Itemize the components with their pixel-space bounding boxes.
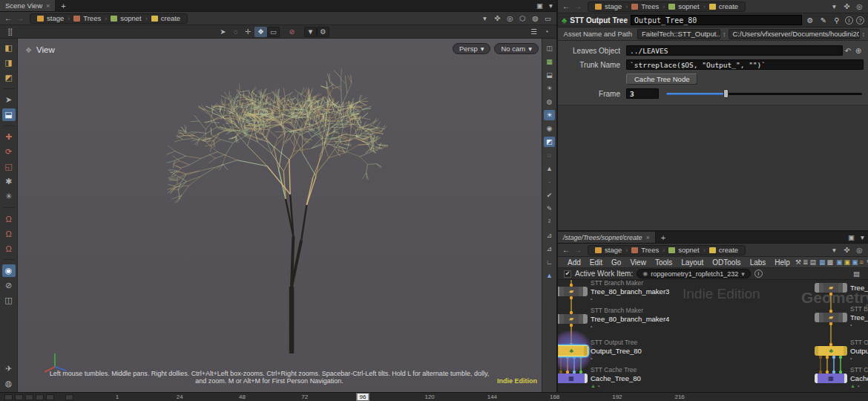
breadcrumb-sopnet[interactable]: sopnet — [107, 14, 145, 22]
shelf-icon[interactable]: ≡ — [860, 258, 864, 266]
ghost-objects-icon[interactable]: ◨ — [2, 56, 16, 69]
grid-dots-icon[interactable]: ⣿ — [4, 27, 16, 37]
close-tab-icon[interactable]: × — [645, 234, 649, 241]
cache-tree-node-button[interactable]: Cache Tree Node — [626, 74, 697, 85]
pane-menu-icon[interactable]: ▾ — [545, 1, 556, 10]
menu-help[interactable]: Help — [771, 258, 794, 267]
asset-path-field[interactable]: C:/Users/vfxserver/Documents/houdini20.5… — [729, 29, 860, 39]
pin-icon[interactable]: ✜ — [492, 14, 503, 22]
menu-tools[interactable]: Tools — [651, 258, 676, 267]
path-dropdown-icon[interactable]: ▾ — [479, 14, 490, 22]
network-canvas[interactable]: Indie Edition Geometry — [558, 280, 868, 392]
playbar-button[interactable] — [15, 394, 23, 400]
horizontal-splitter[interactable] — [558, 230, 868, 232]
pane-maximize-icon[interactable]: ▣ — [534, 1, 545, 10]
brush-icon[interactable]: ✎ — [818, 16, 829, 25]
display-particles-icon[interactable]: ▲ — [544, 163, 555, 174]
display-prim-normals-icon[interactable]: ⊿ — [544, 230, 555, 241]
asset-name-select[interactable]: FaitelTech::STT_Output... — [637, 29, 720, 39]
scale-tool-icon[interactable]: ◱ — [2, 160, 16, 173]
task-list-icon[interactable]: ▤ — [851, 270, 862, 278]
forward-icon[interactable]: → — [573, 2, 583, 10]
menu-view[interactable]: View — [626, 258, 650, 267]
menu-go[interactable]: Go — [608, 258, 625, 267]
snap-primitive-icon[interactable]: Ω — [2, 227, 16, 240]
node-tree-84-branch-maker[interactable]: ▰ Tree_84 • — [815, 283, 847, 293]
persp-button[interactable]: Persp▾ — [453, 43, 491, 54]
sticky-note-icon[interactable]: ▣ — [844, 258, 851, 266]
snapshot-icon[interactable]: ◫ — [544, 43, 555, 53]
node-tree-80-branch-maker4[interactable]: ▰ STT Branch Maker Tree_80_branch_maker4… — [558, 314, 588, 324]
layout-grid-icon[interactable]: ▦ — [819, 258, 826, 266]
radial-menu-icon[interactable]: ◎ — [854, 2, 865, 10]
breadcrumb-create[interactable]: create — [148, 14, 184, 22]
work-item-select[interactable]: ◉ ropgeometry1_ropfetch1_232 ▾ — [637, 269, 751, 278]
rig-tool-icon[interactable]: ✳ — [2, 190, 16, 203]
lock-camera-icon[interactable]: ⬓ — [544, 70, 555, 80]
playbar-button[interactable] — [46, 394, 54, 400]
playbar-button[interactable] — [65, 394, 73, 400]
node-cache-tree-84[interactable]: ▦ STT Cache Cache_T ▲• — [815, 374, 847, 383]
node-name-input[interactable]: Output_Tree_80 — [631, 15, 802, 25]
forward-icon[interactable]: → — [15, 14, 25, 22]
shadows-icon[interactable]: ◉ — [544, 123, 555, 134]
background-image-icon[interactable]: ▣ — [852, 258, 858, 266]
back-icon[interactable]: ← — [561, 2, 571, 10]
current-frame-indicator[interactable]: 96 — [357, 393, 369, 401]
inspect-tool-icon[interactable]: ⊘ — [2, 279, 16, 292]
translate-tool-icon[interactable]: ✚ — [2, 131, 16, 143]
menu-labs[interactable]: Labs — [746, 258, 770, 267]
breadcrumb-stage[interactable]: stage — [591, 246, 625, 254]
radial-menu-icon[interactable]: ◎ — [504, 14, 516, 22]
display-points-icon[interactable]: ∙ — [544, 177, 555, 187]
flipbook-icon[interactable]: ✈ — [2, 362, 16, 375]
hide-objects-icon[interactable]: ◩ — [2, 71, 16, 84]
display-point-trails-icon[interactable]: ✔ — [544, 190, 555, 200]
info-icon[interactable]: i — [845, 16, 853, 25]
layout-split-icon[interactable]: ▩ — [827, 258, 834, 266]
help-icon[interactable]: ? — [856, 16, 864, 25]
color-palette-icon[interactable]: ▣ — [836, 258, 843, 266]
forward-icon[interactable]: → — [573, 246, 583, 254]
measure-tool-icon[interactable]: ∟ — [544, 257, 555, 267]
sphere-icon[interactable]: ◍ — [530, 14, 541, 22]
pin-icon[interactable]: ✜ — [841, 246, 852, 254]
playbar[interactable]: 1 24 48 72 120 144 168 192 216 96 — [0, 392, 868, 401]
tree-view-icon[interactable]: ≣ — [803, 258, 809, 266]
stow-bar-icon[interactable]: ☰ — [527, 27, 540, 37]
breadcrumb-sopnet[interactable]: sopnet — [665, 246, 703, 254]
path-dropdown-icon[interactable]: ▾ — [829, 246, 840, 254]
trunk-name-input[interactable]: `strreplace($OS, "Output_", "")` — [626, 59, 864, 70]
revert-icon[interactable]: ↶ — [843, 47, 853, 55]
brush-select-icon[interactable]: ✛ — [242, 27, 254, 37]
select-mode-icon[interactable]: ➤ — [217, 27, 229, 37]
breadcrumb-create[interactable]: create — [706, 246, 742, 254]
square-icon[interactable]: ▭ — [542, 14, 553, 22]
breadcrumb-create[interactable]: create — [706, 2, 742, 10]
active-work-item-checkbox[interactable]: ✔ — [564, 270, 571, 278]
playbar-button[interactable] — [36, 394, 44, 400]
display-point-numbers-icon[interactable]: ² — [544, 217, 555, 227]
viewport-3d[interactable]: ❖ View Persp▾ No cam▾ Left mouse tumbles… — [18, 39, 542, 392]
gear-icon[interactable]: ⚙ — [805, 16, 815, 25]
snap-grid-icon[interactable]: Ω — [2, 212, 16, 225]
box-select-icon[interactable]: ▭ — [267, 27, 280, 37]
secure-selection-icon[interactable]: ⬓ — [2, 108, 16, 121]
playbar-button[interactable] — [25, 394, 33, 400]
high-quality-light-icon[interactable]: ☀ — [544, 110, 555, 120]
view-tool-icon[interactable]: ◉ — [2, 264, 16, 277]
no-cam-button[interactable]: No cam▾ — [494, 43, 539, 54]
leaves-object-input[interactable]: ../LEAVES — [626, 45, 843, 56]
headlight-icon[interactable]: ☀ — [544, 83, 555, 94]
smooth-shading-icon[interactable]: ◩ — [544, 137, 555, 147]
shade-mode-icon[interactable]: ▼ — [304, 27, 317, 37]
snapshot-tool-icon[interactable]: ◫ — [2, 294, 16, 307]
tab-network-path[interactable]: /stage/Trees/sopnet/create × — [558, 232, 656, 243]
breadcrumb-trees[interactable]: Trees — [70, 14, 105, 22]
menu-layout[interactable]: Layout — [677, 258, 707, 267]
menu-edit[interactable]: Edit — [586, 258, 606, 267]
node-output-tree-84[interactable]: ♣ STT Outpu Output_ • — [815, 346, 847, 356]
node-tree-80-branch-maker3[interactable]: ▰ STT Branch Maker Tree_80_branch_maker3… — [558, 287, 588, 296]
back-icon[interactable]: ← — [561, 246, 571, 254]
jump-to-node-icon[interactable]: ⊕ — [853, 47, 864, 55]
